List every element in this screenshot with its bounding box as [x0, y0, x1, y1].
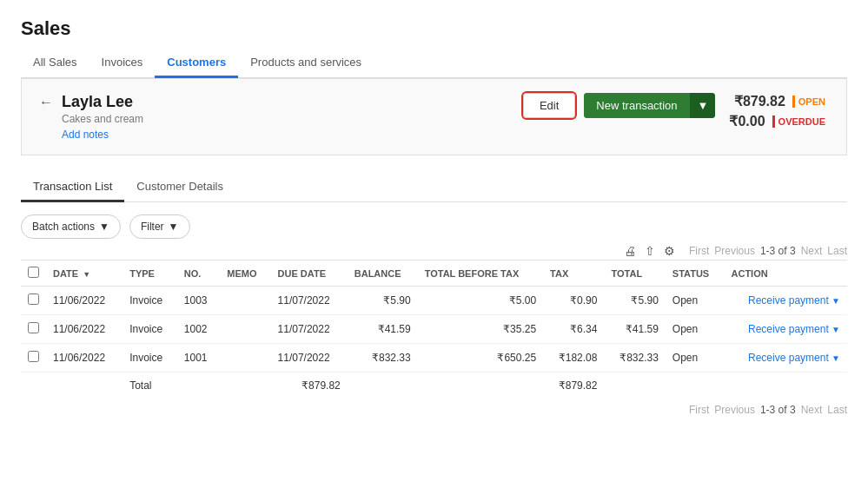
row-total: ₹41.59: [604, 315, 665, 344]
print-icon[interactable]: 🖨: [624, 244, 636, 258]
action-dropdown-icon[interactable]: ▼: [832, 325, 840, 334]
toolbar: Batch actions ▼ Filter ▼: [21, 214, 847, 239]
col-memo: MEMO: [220, 260, 270, 287]
top-tabs: All Sales Invoices Customers Products an…: [21, 49, 847, 78]
overdue-amount-block: ₹0.00 OVERDUE: [729, 113, 829, 129]
row-tax: ₹182.08: [543, 344, 604, 373]
tab-customers[interactable]: Customers: [155, 49, 238, 78]
row-memo: [220, 315, 270, 344]
new-transaction-label: New transaction: [584, 93, 689, 118]
customer-actions: Edit New transaction ▼: [523, 93, 716, 118]
pagination-last-bottom[interactable]: Last: [827, 404, 847, 416]
col-date[interactable]: DATE ▼: [46, 260, 123, 287]
row-type: Invoice: [123, 344, 177, 373]
row-memo: [220, 344, 270, 373]
col-type: TYPE: [123, 260, 177, 287]
pagination-first-top[interactable]: First: [689, 245, 709, 257]
row-no: 1002: [177, 315, 221, 344]
batch-actions-label: Batch actions: [32, 221, 95, 233]
customer-subtitle: Cakes and cream: [62, 113, 143, 125]
row-due-date: 11/07/2022: [271, 315, 348, 344]
add-notes-link[interactable]: Add notes: [62, 129, 109, 141]
table-row: 11/06/2022 Invoice 1002 11/07/2022 ₹41.5…: [21, 315, 847, 344]
row-due-date: 11/07/2022: [271, 344, 348, 373]
customer-details-block: Layla Lee Cakes and cream Add notes: [62, 93, 143, 141]
batch-actions-dropdown-icon: ▼: [99, 221, 109, 233]
pagination-previous-top[interactable]: Previous: [714, 245, 755, 257]
col-balance: BALANCE: [348, 260, 418, 287]
filter-dropdown-icon: ▼: [169, 221, 179, 233]
col-status: STATUS: [666, 260, 725, 287]
filter-label: Filter: [141, 221, 164, 233]
sub-tab-transaction-list[interactable]: Transaction List: [21, 173, 124, 202]
batch-actions-button[interactable]: Batch actions ▼: [21, 214, 121, 239]
row-total: ₹832.33: [604, 344, 665, 373]
pagination-previous-bottom[interactable]: Previous: [714, 404, 755, 416]
edit-button[interactable]: Edit: [523, 93, 575, 118]
pagination-last-top[interactable]: Last: [827, 245, 847, 257]
row-checkbox-cell[interactable]: [21, 315, 46, 344]
total-row: Total ₹879.82 ₹879.82: [21, 373, 847, 399]
row-status: Open: [666, 287, 725, 315]
col-no: NO.: [177, 260, 221, 287]
table-icons: 🖨 ⇧ ⚙: [624, 244, 675, 258]
receive-payment-link[interactable]: Receive payment: [748, 294, 829, 307]
customer-info: ← Layla Lee Cakes and cream Add notes: [39, 93, 143, 141]
receive-payment-link[interactable]: Receive payment: [748, 323, 829, 335]
pagination-first-bottom[interactable]: First: [689, 404, 709, 416]
row-memo: [220, 287, 270, 315]
row-action[interactable]: Receive payment ▼: [725, 315, 847, 344]
row-checkbox-1[interactable]: [28, 322, 39, 333]
row-balance: ₹832.33: [348, 344, 418, 373]
open-amount-value: ₹879.82: [734, 93, 785, 109]
back-arrow-icon[interactable]: ←: [39, 95, 53, 110]
row-no: 1003: [177, 287, 221, 315]
row-checkbox-0[interactable]: [28, 293, 39, 305]
export-icon[interactable]: ⇧: [645, 244, 655, 258]
row-date: 11/06/2022: [46, 344, 123, 373]
row-total-before-tax: ₹650.25: [418, 344, 543, 373]
table-row: 11/06/2022 Invoice 1003 11/07/2022 ₹5.90…: [21, 287, 847, 315]
table-header-row: DATE ▼ TYPE NO. MEMO DUE DATE BALANCE TO…: [21, 260, 847, 287]
row-type: Invoice: [123, 287, 177, 315]
col-tax: TAX: [543, 260, 604, 287]
new-transaction-button[interactable]: New transaction ▼: [584, 93, 715, 118]
row-balance: ₹5.90: [348, 287, 418, 315]
row-checkbox-2[interactable]: [28, 351, 39, 362]
select-all-checkbox[interactable]: [28, 267, 39, 278]
sub-tab-customer-details[interactable]: Customer Details: [124, 173, 235, 202]
row-status: Open: [666, 344, 725, 373]
table-row: 11/06/2022 Invoice 1001 11/07/2022 ₹832.…: [21, 344, 847, 373]
receive-payment-link[interactable]: Receive payment: [748, 352, 829, 364]
select-all-header[interactable]: [21, 260, 46, 287]
page-title: Sales: [21, 17, 847, 40]
pagination-next-top[interactable]: Next: [801, 245, 823, 257]
row-tax: ₹6.34: [543, 315, 604, 344]
pagination-next-bottom[interactable]: Next: [801, 404, 823, 416]
row-no: 1001: [177, 344, 221, 373]
filter-button[interactable]: Filter ▼: [129, 214, 190, 239]
row-balance: ₹41.59: [348, 315, 418, 344]
open-amount-block: ₹879.82 OPEN: [734, 93, 829, 109]
action-dropdown-icon[interactable]: ▼: [832, 353, 840, 363]
row-total-before-tax: ₹35.25: [418, 315, 543, 344]
settings-icon[interactable]: ⚙: [664, 244, 675, 258]
total-label: Total: [123, 373, 177, 399]
amounts-section: ₹879.82 OPEN ₹0.00 OVERDUE: [729, 93, 829, 129]
tab-invoices[interactable]: Invoices: [89, 49, 156, 78]
row-tax: ₹0.90: [543, 287, 604, 315]
row-action[interactable]: Receive payment ▼: [725, 344, 847, 373]
row-checkbox-cell[interactable]: [21, 344, 46, 373]
row-date: 11/06/2022: [46, 315, 123, 344]
customer-header: ← Layla Lee Cakes and cream Add notes Ed…: [21, 78, 847, 155]
tab-all-sales[interactable]: All Sales: [21, 49, 89, 78]
tab-products-services[interactable]: Products and services: [238, 49, 374, 78]
row-checkbox-cell[interactable]: [21, 287, 46, 315]
customer-name: Layla Lee: [62, 93, 143, 111]
row-type: Invoice: [123, 315, 177, 344]
row-action[interactable]: Receive payment ▼: [725, 287, 847, 315]
action-dropdown-icon[interactable]: ▼: [832, 296, 840, 306]
new-transaction-dropdown-icon[interactable]: ▼: [690, 93, 716, 118]
col-total-before-tax: TOTAL BEFORE TAX: [418, 260, 543, 287]
overdue-amount-value: ₹0.00: [729, 113, 765, 129]
